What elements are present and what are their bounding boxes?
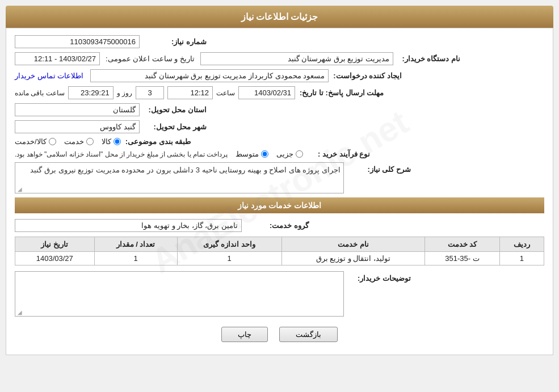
deadline-time-label: ساعت bbox=[216, 89, 235, 97]
need-number-label: شماره نیاز: bbox=[144, 37, 207, 46]
service-group-label: گروه خدمت: bbox=[246, 221, 309, 230]
province-row: استان محل تحویل: گلستان bbox=[15, 103, 544, 116]
back-button[interactable]: بازگشت bbox=[279, 327, 338, 342]
description-box: اجرای پروژه های اصلاح و بهینه روستایی نا… bbox=[15, 162, 344, 193]
buyer-desc-row: توضیحات خریدار: ◢ bbox=[15, 271, 544, 317]
purchase-type-row: نوع فرآیند خرید : جزیی متوسط پرداخت تمام… bbox=[15, 150, 544, 158]
deadline-remain: 23:29:21 bbox=[68, 86, 114, 99]
col-header-unit: واحد اندازه گیری bbox=[177, 237, 281, 252]
deadline-days-label: روز و bbox=[117, 89, 132, 97]
col-header-code: کد خدمت bbox=[425, 237, 500, 252]
deadline-remain-label: ساعت باقی مانده bbox=[15, 89, 65, 97]
purchase-jozi[interactable]: جزیی bbox=[276, 150, 303, 158]
need-number-row: شماره نیاز: 1103093475000016 bbox=[15, 35, 544, 48]
deadline-label: مهلت ارسال پاسخ: تا تاریخ: bbox=[300, 88, 384, 97]
category-radio-kala[interactable] bbox=[114, 138, 121, 145]
purchase-label-motavaset: متوسط bbox=[236, 150, 259, 158]
city-value: گنبد کاووس bbox=[15, 120, 140, 133]
service-group-value: تامین برق، گاز، بخار و تهویه هوا bbox=[15, 219, 242, 232]
col-header-row-num: ردیف bbox=[499, 237, 544, 252]
col-header-name: نام خدمت bbox=[281, 237, 424, 252]
province-label: استان محل تحویل: bbox=[144, 106, 207, 114]
button-row: بازگشت چاپ bbox=[15, 327, 544, 342]
services-table: ردیف کد خدمت نام خدمت واحد اندازه گیری ت… bbox=[15, 237, 544, 265]
buyer-org-label: نام دستگاه خریدار: bbox=[398, 54, 460, 63]
buyer-org-announce-row: نام دستگاه خریدار: مدیریت توزیع برق شهرس… bbox=[15, 52, 544, 65]
category-label-kala: کالا bbox=[102, 137, 111, 146]
city-row: شهر محل تحویل: گنبد کاووس bbox=[15, 120, 544, 133]
city-label: شهر محل تحویل: bbox=[144, 123, 207, 131]
services-section-header: اطلاعات خدمات مورد نیاز bbox=[15, 197, 544, 213]
buyer-org-value: مدیریت توزیع برق شهرستان گنبد bbox=[200, 52, 393, 65]
cell-unit: 1 bbox=[177, 252, 281, 265]
cell-code: ت -35-351 bbox=[425, 252, 500, 265]
purchase-label-jozi: جزیی bbox=[276, 150, 293, 158]
service-group-row: گروه خدمت: تامین برق، گاز، بخار و تهویه … bbox=[15, 219, 544, 232]
category-row: طبقه بندی موضوعی: کالا خدمت کالا/خدمت bbox=[15, 137, 544, 146]
category-option-kala-khedmat[interactable]: کالا/خدمت bbox=[15, 137, 56, 146]
requester-value: مسعود محمودی کاربرداز مدیریت توزیع برق ش… bbox=[90, 69, 329, 82]
cell-quantity: 1 bbox=[94, 252, 177, 265]
purchase-type-label: نوع فرآیند خرید : bbox=[308, 150, 370, 158]
purchase-radio-motavaset[interactable] bbox=[261, 150, 268, 158]
category-label: طبقه بندی موضوعی: bbox=[125, 137, 191, 146]
category-radio-kala-khedmat[interactable] bbox=[49, 138, 56, 145]
need-number-value: 1103093475000016 bbox=[15, 35, 140, 48]
cell-row-num: 1 bbox=[499, 252, 544, 265]
deadline-days: 3 bbox=[136, 86, 164, 99]
buyer-desc-resize-handle: ◢ bbox=[16, 309, 22, 315]
purchase-radio-jozi[interactable] bbox=[296, 150, 303, 158]
table-row: 1 ت -35-351 تولید، انتقال و توزیع برق 1 … bbox=[15, 252, 544, 265]
category-radio-group: کالا خدمت کالا/خدمت bbox=[15, 137, 121, 146]
requester-label: ایجاد کننده درخواست: bbox=[333, 71, 402, 80]
description-value: اجرای پروژه های اصلاح و بهینه روستایی نا… bbox=[30, 166, 341, 174]
services-section-label: اطلاعات خدمات مورد نیاز bbox=[238, 201, 322, 210]
category-option-kala[interactable]: کالا bbox=[102, 137, 121, 146]
buyer-desc-label: توضیحات خریدار: bbox=[348, 274, 411, 283]
cell-name: تولید، انتقال و توزیع برق bbox=[281, 252, 424, 265]
page-title: جزئیات اطلاعات نیاز bbox=[241, 12, 318, 22]
cell-date: 1403/03/27 bbox=[15, 252, 95, 265]
page-header: جزئیات اطلاعات نیاز bbox=[6, 6, 553, 28]
deadline-date: 1403/02/31 bbox=[238, 86, 295, 99]
deadline-time: 12:12 bbox=[167, 86, 213, 99]
category-option-khedmat[interactable]: خدمت bbox=[64, 137, 94, 146]
category-radio-khedmat[interactable] bbox=[86, 138, 94, 145]
purchase-motavaset[interactable]: متوسط bbox=[236, 150, 268, 158]
category-label-khedmat: خدمت bbox=[64, 137, 84, 146]
category-label-kala-khedmat: کالا/خدمت bbox=[15, 137, 47, 146]
col-header-date: تاریخ نیاز bbox=[15, 237, 95, 252]
buyer-desc-box: ◢ bbox=[15, 271, 344, 317]
col-header-quantity: تعداد / مقدار bbox=[94, 237, 177, 252]
announce-date-label: تاریخ و ساعت اعلان عمومی: bbox=[106, 54, 195, 63]
description-label: شرح کلی نیاز: bbox=[348, 165, 411, 174]
resize-handle: ◢ bbox=[16, 186, 22, 192]
announce-date-value: 1403/02/27 - 12:11 bbox=[15, 52, 100, 65]
deadline-row: مهلت ارسال پاسخ: تا تاریخ: 1403/02/31 سا… bbox=[15, 86, 544, 99]
requester-row: ایجاد کننده درخواست: مسعود محمودی کاربرد… bbox=[15, 69, 544, 82]
purchase-note: پرداخت تمام یا بخشی از مبلغ خریدار از مح… bbox=[15, 150, 228, 158]
print-button[interactable]: چاپ bbox=[221, 327, 268, 342]
province-value: گلستان bbox=[15, 103, 140, 116]
description-row: شرح کلی نیاز: اجرای پروژه های اصلاح و به… bbox=[15, 162, 544, 193]
contact-link[interactable]: اطلاعات تماس خریدار bbox=[15, 71, 83, 80]
